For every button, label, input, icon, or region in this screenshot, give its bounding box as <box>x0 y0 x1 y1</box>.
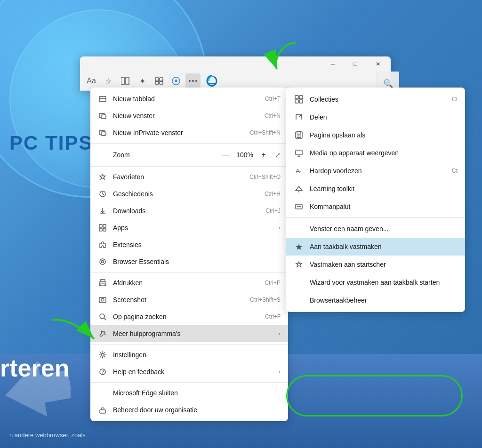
zoom-value: 100% <box>235 151 254 159</box>
wizard-taskbar-icon <box>294 277 304 288</box>
divider-1 <box>90 143 288 144</box>
svg-point-9 <box>189 80 191 82</box>
submenu-item-save-page[interactable]: Pagina opslaan als <box>286 126 465 144</box>
favorites-menu-label: Favorieten <box>113 173 249 181</box>
menu-item-more-tools[interactable]: Meer hulpprogramma's › <box>90 325 288 342</box>
extensions-label: Extensies <box>113 241 281 248</box>
menu-item-downloads[interactable]: Downloads Ctrl+J <box>90 202 288 219</box>
give-name-icon <box>294 224 304 234</box>
cast-icon <box>294 148 304 158</box>
divider-5 <box>90 382 288 383</box>
more-tools-icon <box>98 329 107 338</box>
find-shortcut: Ctrl+F <box>265 313 281 320</box>
read-mode-icon[interactable]: Aa <box>84 73 99 88</box>
apps-icon <box>98 223 107 232</box>
menu-item-history[interactable]: Geschiedenis Ctrl+H <box>90 185 288 202</box>
share-icon <box>294 112 304 122</box>
more-tools-label: Meer hulpprogramma's <box>113 330 275 337</box>
menu-item-extensions[interactable]: Extensies <box>90 236 288 253</box>
menu-item-inprivate[interactable]: Nieuw InPrivate-venster Ctrl+Shift+N <box>90 124 288 141</box>
svg-point-10 <box>192 80 194 82</box>
read-aloud-shortcut: Ct <box>452 168 458 174</box>
menu-item-new-window[interactable]: Nieuw venster Ctrl+N <box>90 107 288 124</box>
save-page-icon <box>294 130 304 140</box>
inprivate-icon <box>98 128 107 137</box>
settings-label: Instellingen <box>113 351 281 359</box>
zoom-row: Zoom — 100% + ⤢ <box>90 145 288 164</box>
copilot-toolbar-icon[interactable] <box>169 73 184 88</box>
zoom-plus-btn[interactable]: + <box>258 149 269 160</box>
divider-2 <box>90 166 288 167</box>
submenu-item-share[interactable]: Delen <box>286 108 465 126</box>
divider-4 <box>90 344 288 344</box>
menu-item-screenshot[interactable]: Screenshot Ctrl+Shift+S <box>90 291 288 308</box>
inprivate-shortcut: Ctrl+Shift+N <box>250 129 281 136</box>
minimize-button[interactable]: ─ <box>322 56 344 72</box>
screenshot-icon <box>98 295 107 304</box>
menu-item-settings[interactable]: Instellingen <box>90 346 288 363</box>
cast-label: Media op apparaat weergeven <box>310 149 458 157</box>
svg-rect-31 <box>100 280 105 282</box>
edge-logo[interactable] <box>204 73 219 88</box>
svg-rect-40 <box>100 410 105 413</box>
svg-rect-47 <box>296 150 302 155</box>
menu-item-new-tab[interactable]: Nieuw tabblad Ctrl+T <box>90 90 288 107</box>
submenu-item-collections[interactable]: Collecties Ct <box>286 90 465 108</box>
menu-item-apps[interactable]: Apps › <box>90 219 288 236</box>
pin-start-icon <box>294 259 304 270</box>
submenu-item-cast[interactable]: Media op apparaat weergeven <box>286 144 465 162</box>
svg-rect-28 <box>103 228 106 231</box>
svg-rect-6 <box>160 81 163 84</box>
svg-text:ᴿ: ᴿ <box>299 170 301 175</box>
favorites-shortcut: Ctrl+Shift+O <box>249 174 281 180</box>
menu-item-find[interactable]: Op pagina zoeken Ctrl+F <box>90 308 288 325</box>
submenu-item-command-palette[interactable]: Kommanpalut <box>286 198 465 216</box>
favorites-menu-icon <box>98 172 107 182</box>
extensions-icon <box>98 240 107 249</box>
favorites-icon[interactable]: ☆ <box>101 73 116 88</box>
more-menu-icon[interactable] <box>185 73 201 88</box>
menu-item-close-edge[interactable]: Microsoft Edge sluiten <box>90 384 288 401</box>
svg-rect-19 <box>99 96 106 102</box>
close-button[interactable]: ✕ <box>367 56 389 72</box>
learning-toolkit-icon <box>294 184 304 194</box>
submenu-item-give-name[interactable]: Venster een naam geven... <box>286 220 465 238</box>
save-page-label: Pagina opslaan als <box>310 131 458 139</box>
submenu-item-pin-start[interactable]: Vastmaken aan startscher <box>286 256 465 273</box>
screenshot-shortcut: Ctrl+Shift+S <box>250 296 281 303</box>
submenu-item-learning-toolkit[interactable]: Learning toolkit <box>286 180 465 198</box>
submenu-item-browser-taskbar[interactable]: Browsertaakbeheer <box>286 291 465 309</box>
browser-taskbar-label: Browsertaakbeheer <box>310 296 458 304</box>
submenu-item-read-aloud[interactable]: Aᴿ Hardop voorlezen Ct <box>286 162 465 180</box>
submenu-item-wizard-taskbar[interactable]: Wizard voor vastmaken aan taakbalk start… <box>286 273 465 291</box>
svg-rect-4 <box>160 78 163 81</box>
svg-rect-1 <box>121 77 124 85</box>
zoom-expand-btn[interactable]: ⤢ <box>275 151 281 159</box>
menu-item-print[interactable]: Afdrukken Ctrl+P <box>90 274 288 291</box>
print-icon <box>98 278 107 288</box>
submenu-item-pin-taskbar[interactable]: Aan taakbalk vastmaken <box>286 238 465 256</box>
add-favorites-icon[interactable]: ✦ <box>135 73 150 88</box>
zoom-minus-btn[interactable]: — <box>220 149 232 160</box>
new-tab-shortcut: Ctrl+T <box>265 96 281 102</box>
browser-window: ─ □ ✕ Aa ☆ ✦ <box>80 56 391 91</box>
browser-essentials-icon <box>98 257 107 266</box>
apps-label: Apps <box>113 224 275 232</box>
svg-rect-27 <box>99 228 102 231</box>
split-screen-icon[interactable] <box>118 73 133 88</box>
maximize-button[interactable]: □ <box>345 56 366 72</box>
svg-rect-26 <box>103 224 106 227</box>
collections-toolbar-icon[interactable] <box>152 73 167 88</box>
menu-item-help[interactable]: ? Help en feedback › <box>90 363 288 380</box>
menu-item-browser-essentials[interactable]: Browser Essentials <box>90 253 288 270</box>
new-window-icon <box>98 111 107 120</box>
collections-label: Collecties <box>310 96 452 103</box>
menu-item-managed[interactable]: Beheerd door uw organisatie <box>90 401 288 418</box>
svg-rect-2 <box>126 77 129 85</box>
zoom-controls: — 100% + ⤢ <box>220 149 281 160</box>
menu-item-favorites[interactable]: Favorieten Ctrl+Shift+O <box>90 168 288 185</box>
find-label: Op pagina zoeken <box>113 313 265 320</box>
more-tools-arrow: › <box>279 331 281 336</box>
svg-rect-44 <box>299 100 303 103</box>
print-shortcut: Ctrl+P <box>265 280 281 286</box>
